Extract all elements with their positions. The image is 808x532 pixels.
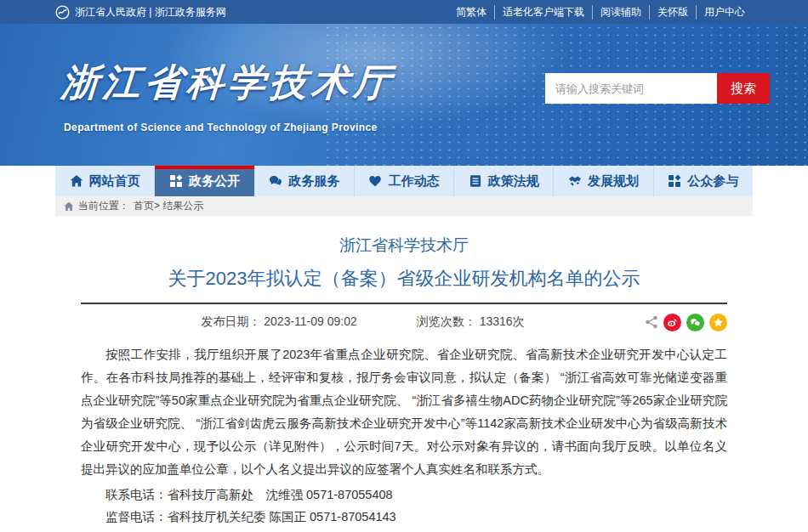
nav-item-label: 公众参与 [687,173,738,190]
nav-item-label: 政策法规 [488,173,539,190]
weibo-share-icon[interactable] [663,314,681,331]
utility-link-elder-client[interactable]: 适老化客户端下载 [494,5,592,20]
nav-item-development-plans[interactable]: 发展规划 [554,166,653,196]
nav-item-home[interactable]: 网站首页 [55,166,155,196]
utility-link-read-assist[interactable]: 阅读辅助 [592,5,649,20]
site-subtitle-english: Department of Science and Technology of … [64,122,378,133]
breadcrumb-home-icon [64,201,74,212]
chat-bubbles-icon [269,174,282,188]
publish-date: 发布日期： 2023-11-09 09:02 [201,314,356,330]
participation-icon [668,174,681,188]
search-button[interactable]: 搜索 [717,73,770,104]
nav-item-label: 政务公开 [189,173,240,190]
nav-item-label: 工作动态 [388,173,439,190]
gov-links[interactable]: 浙江省人民政府 | 浙江政务服务网 [55,5,226,20]
site-title: 浙江省科学技术厅 [60,58,396,108]
title-divider [81,303,727,304]
page: 浙江省人民政府 | 浙江政务服务网 简繁体 适老化客户端下载 阅读辅助 关怀版 … [0,0,808,532]
utility-link-simplified[interactable]: 简繁体 [448,5,494,20]
qzone-share-icon[interactable] [709,314,727,331]
article-body: 按照工作安排，我厅组织开展了2023年省重点企业研究院、省企业研究院、省高新技术… [81,343,727,481]
nav-item-label: 网站首页 [89,173,140,190]
nav-item-label: 发展规划 [588,173,639,190]
nav-item-gov-openness[interactable]: 政务公开 [155,166,254,196]
view-count-value: 13316次 [480,314,525,328]
nav-item-public-participation[interactable]: 公众参与 [654,166,753,196]
share-bar [645,314,727,331]
wechat-share-icon[interactable] [686,314,704,331]
search-box: 搜索 [545,73,770,104]
breadcrumb: 当前位置： 首页> 结果公示 [55,196,753,216]
article-content: 浙江省科学技术厅 关于2023年拟认定（备案）省级企业研发机构名单的公示 发布日… [55,235,753,532]
publish-date-value: 2023-11-09 09:02 [264,314,357,328]
share-icon[interactable] [645,315,658,329]
handshake-icon [568,174,582,188]
supervision-phone-line: 监督电话：省科技厅机关纪委 陈国正 0571-87054143 [81,509,727,525]
gov-emblem-icon [55,5,70,20]
article-org-line: 浙江省科学技术厅 [81,235,727,257]
utility-link-user-center[interactable]: 用户中心 [696,5,753,20]
document-icon [469,174,482,188]
openness-icon [169,174,183,188]
nav-item-gov-services[interactable]: 政务服务 [255,166,355,196]
gov-links-label[interactable]: 浙江省人民政府 | 浙江政务服务网 [75,5,226,20]
main-nav: 网站首页 政务公开 政务服务 工作动态 [55,166,753,196]
nav-item-label: 政务服务 [288,173,339,190]
search-input[interactable] [545,73,717,104]
nav-item-policies[interactable]: 政策法规 [454,166,554,196]
heart-icon [368,174,382,188]
view-count-label: 浏览次数： [417,314,476,328]
nav-item-work-news[interactable]: 工作动态 [355,166,454,196]
contact-phone-line: 联系电话：省科技厅高新处 沈维强 0571-87055408 [81,487,727,503]
home-icon [70,174,83,188]
view-count: 浏览次数： 13316次 [417,314,525,330]
header-banner: 浙江省科学技术厅 Department of Science and Techn… [0,24,808,166]
breadcrumb-path[interactable]: 首页> 结果公示 [134,199,203,213]
article-meta: 发布日期： 2023-11-09 09:02 浏览次数： 13316次 [81,311,727,333]
utility-link-care-version[interactable]: 关怀版 [649,5,696,20]
publish-date-label: 发布日期： [201,314,260,328]
breadcrumb-prefix: 当前位置： [78,199,129,213]
utility-links: 简繁体 适老化客户端下载 阅读辅助 关怀版 用户中心 [448,5,753,20]
top-utility-bar: 浙江省人民政府 | 浙江政务服务网 简繁体 适老化客户端下载 阅读辅助 关怀版 … [0,0,808,24]
page-title: 关于2023年拟认定（备案）省级企业研发机构名单的公示 [81,266,727,291]
